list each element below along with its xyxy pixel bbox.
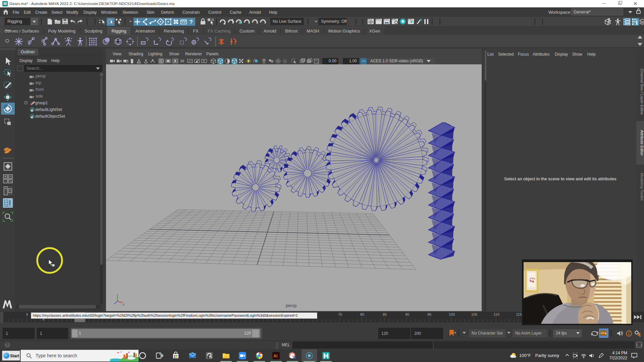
svg-text:Ai: Ai [273,354,277,358]
svg-text:IPR: IPR [385,22,389,24]
svg-text:1: 1 [628,332,630,336]
svg-text:x: x [123,303,124,305]
svg-text:C: C [104,40,107,44]
svg-text:a: a [119,59,120,61]
svg-text:T: T [203,60,205,63]
svg-text:?: ? [190,19,193,25]
